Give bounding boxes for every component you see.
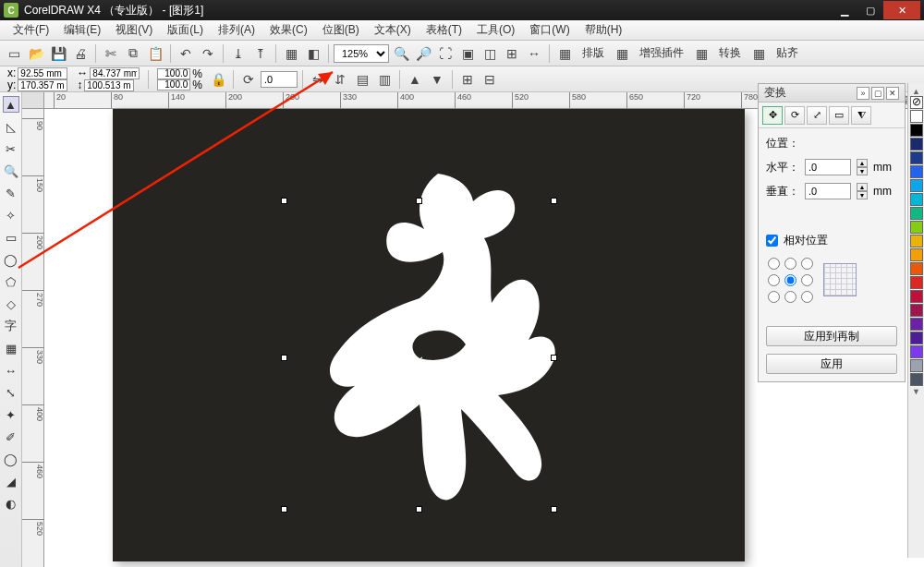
align-icon[interactable]: ▤ <box>352 69 372 90</box>
rectangle-tool-icon[interactable]: ▭ <box>3 229 19 246</box>
anchor-c[interactable] <box>784 274 796 286</box>
redo-icon[interactable]: ↷ <box>198 43 218 64</box>
color-swatch[interactable] <box>910 373 923 386</box>
rotation-input[interactable] <box>261 71 298 88</box>
h-input[interactable] <box>805 159 851 175</box>
zoom-in-icon[interactable]: 🔍 <box>391 43 411 64</box>
export-icon[interactable]: ⤒ <box>250 43 271 64</box>
zoom-page-icon[interactable]: ▣ <box>457 43 478 64</box>
handle-e[interactable] <box>551 355 557 361</box>
shape-tool-icon[interactable]: ◺ <box>3 118 19 135</box>
snap-grid-icon[interactable]: ▦ <box>554 43 575 64</box>
anchor-se[interactable] <box>801 291 813 303</box>
menu-bitmap[interactable]: 位图(B) <box>315 22 367 38</box>
zoom-out-icon[interactable]: 🔎 <box>413 43 433 64</box>
zoom-all-icon[interactable]: ⊞ <box>502 43 522 64</box>
selection-center-icon[interactable]: ✕ <box>416 355 423 365</box>
handle-nw[interactable] <box>281 198 287 204</box>
group-snap[interactable]: 贴齐 <box>771 45 804 61</box>
basic-shapes-icon[interactable]: ◇ <box>3 296 19 312</box>
minimize-button[interactable]: ▁ <box>832 1 857 19</box>
undo-icon[interactable]: ↶ <box>176 43 196 64</box>
zoom-fit-icon[interactable]: ⛶ <box>435 43 456 64</box>
eyedropper-tool-icon[interactable]: ✐ <box>3 428 19 445</box>
color-swatch[interactable] <box>910 151 923 164</box>
dimension-tool-icon[interactable]: ↔ <box>3 362 19 379</box>
x-input[interactable] <box>18 67 67 79</box>
menu-help[interactable]: 帮助(H) <box>578 22 630 38</box>
color-swatch[interactable] <box>910 124 923 137</box>
apply-duplicate-button[interactable]: 应用到再制 <box>766 326 897 346</box>
color-swatch[interactable] <box>910 345 923 358</box>
color-swatch[interactable] <box>910 110 923 123</box>
interactive-fill-icon[interactable]: ◐ <box>3 495 19 512</box>
paste-icon[interactable]: 📋 <box>145 43 165 64</box>
ungroup-icon[interactable]: ⊟ <box>480 69 500 90</box>
import-icon[interactable]: ⤓ <box>228 43 249 64</box>
color-swatch[interactable] <box>910 165 923 178</box>
mirror-v-icon[interactable]: ⇵ <box>330 69 350 90</box>
convert-icon[interactable]: ▦ <box>691 43 711 64</box>
color-swatch[interactable] <box>910 179 923 192</box>
pick-tool-icon[interactable]: ▲ <box>3 96 19 113</box>
menu-view[interactable]: 视图(V) <box>108 22 160 38</box>
color-swatch[interactable] <box>910 235 923 247</box>
freehand-tool-icon[interactable]: ✎ <box>3 185 19 201</box>
palette-down-icon[interactable]: ▼ <box>912 387 920 396</box>
apply-button[interactable]: 应用 <box>766 354 897 374</box>
group-icon[interactable]: ⊞ <box>457 69 478 90</box>
anchor-e[interactable] <box>801 274 813 286</box>
group-layout[interactable]: 排版 <box>577 45 610 61</box>
lock-ratio-icon[interactable]: 🔒 <box>208 69 228 90</box>
menu-file[interactable]: 文件(F) <box>6 22 56 38</box>
color-swatch[interactable] <box>910 262 923 275</box>
sx-input[interactable] <box>157 68 190 79</box>
handle-n[interactable] <box>416 198 422 204</box>
color-swatch[interactable] <box>910 290 923 303</box>
y-input[interactable] <box>18 79 67 91</box>
mirror-h-icon[interactable]: ⇋ <box>308 69 328 90</box>
close-button[interactable]: ✕ <box>883 1 920 19</box>
docker-collapse-icon[interactable]: » <box>857 87 869 100</box>
to-back-icon[interactable]: ▼ <box>427 69 447 90</box>
color-swatch[interactable] <box>910 332 923 344</box>
anchor-ne[interactable] <box>801 258 813 270</box>
zoom-sel-icon[interactable]: ◫ <box>480 43 500 64</box>
tab-size-icon[interactable]: ▭ <box>829 106 849 125</box>
color-swatch[interactable] <box>910 221 923 234</box>
docker-close-icon[interactable]: ✕ <box>886 87 899 100</box>
menu-window[interactable]: 窗口(W) <box>522 22 577 38</box>
docker-undock-icon[interactable]: ▢ <box>871 87 884 100</box>
color-swatch[interactable] <box>910 276 923 289</box>
handle-se[interactable] <box>551 506 557 513</box>
v-input[interactable] <box>805 183 851 199</box>
tab-scale-icon[interactable]: ⤢ <box>807 106 827 125</box>
swatch-none[interactable]: ⊘ <box>910 96 923 109</box>
tab-rotate-icon[interactable]: ⟳ <box>784 106 805 125</box>
sy-input[interactable] <box>157 79 190 90</box>
open-icon[interactable]: 📂 <box>26 43 46 64</box>
color-swatch[interactable] <box>910 304 923 317</box>
ellipse-tool-icon[interactable]: ◯ <box>3 251 19 268</box>
ruler-origin[interactable] <box>22 92 44 109</box>
zoom-width-icon[interactable]: ↔ <box>524 43 544 64</box>
tab-skew-icon[interactable]: ⧨ <box>851 106 871 125</box>
anchor-s[interactable] <box>784 291 796 303</box>
h-input[interactable] <box>84 79 134 91</box>
welcome-icon[interactable]: ◧ <box>303 43 323 64</box>
text-tool-icon[interactable]: 字 <box>3 318 19 334</box>
menu-table[interactable]: 表格(T) <box>419 22 469 38</box>
color-swatch[interactable] <box>910 207 923 220</box>
v-spinner[interactable]: ▲▼ <box>857 183 868 199</box>
color-swatch[interactable] <box>910 359 923 372</box>
anchor-sw[interactable] <box>768 291 780 303</box>
group-plugins[interactable]: 增强插件 <box>634 45 689 61</box>
crop-tool-icon[interactable]: ✂ <box>3 140 19 157</box>
save-icon[interactable]: 💾 <box>48 43 68 64</box>
handle-w[interactable] <box>281 355 287 361</box>
print-icon[interactable]: 🖨 <box>70 43 91 64</box>
smart-tool-icon[interactable]: ✧ <box>3 207 19 223</box>
tab-position-icon[interactable]: ✥ <box>762 106 783 125</box>
anchor-nw[interactable] <box>768 258 780 270</box>
calligraphy-character[interactable] <box>281 160 577 511</box>
